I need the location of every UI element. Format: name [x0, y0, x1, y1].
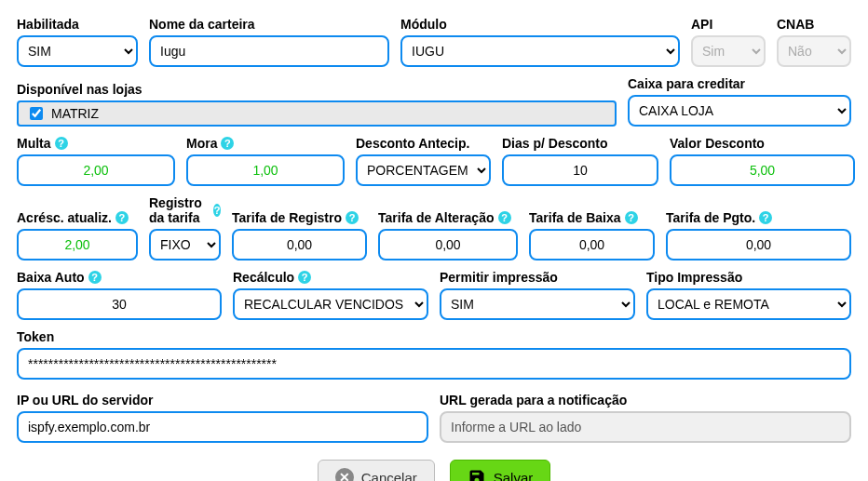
input-tarifa-registro[interactable] [232, 229, 367, 261]
input-token[interactable] [17, 348, 851, 380]
label-multa: Multa ? [17, 136, 175, 151]
label-tarifa-alteracao: Tarifa de Alteração ? [378, 210, 518, 225]
input-dias-desconto[interactable] [502, 154, 658, 186]
select-permitir-impressao[interactable]: SIM [440, 288, 635, 320]
select-recalculo[interactable]: RECALCULAR VENCIDOS [233, 288, 428, 320]
label-habilitada: Habilitada [17, 17, 138, 32]
input-nome-carteira[interactable] [149, 35, 389, 67]
select-registro-tarifa[interactable]: FIXO [149, 229, 221, 261]
select-habilitada[interactable]: SIM [17, 35, 138, 67]
help-icon[interactable]: ? [115, 211, 129, 224]
label-desconto-antecip: Desconto Antecip. [356, 136, 491, 151]
checkbox-matriz[interactable] [30, 107, 43, 120]
save-icon [468, 468, 486, 481]
label-mora: Mora ? [186, 136, 345, 151]
input-tarifa-baixa[interactable] [529, 229, 655, 261]
label-disponivel-lojas: Disponível nas lojas [17, 82, 617, 97]
help-icon[interactable]: ? [55, 137, 68, 150]
label-tipo-impressao: Tipo Impressão [646, 270, 851, 285]
help-icon[interactable]: ? [298, 271, 311, 284]
input-acresc-atualiz[interactable] [17, 229, 138, 261]
label-acresc-atualiz: Acrésc. atualiz. ? [17, 210, 138, 225]
input-tarifa-pgto[interactable] [666, 229, 851, 261]
select-desconto-antecip[interactable]: PORCENTAGEM [356, 154, 491, 186]
label-tarifa-baixa: Tarifa de Baixa ? [529, 210, 655, 225]
help-icon[interactable]: ? [346, 211, 359, 224]
input-mora[interactable] [186, 154, 345, 186]
label-valor-desconto: Valor Desconto [670, 136, 855, 151]
label-baixa-auto: Baixa Auto ? [17, 270, 222, 285]
help-icon[interactable]: ? [88, 271, 102, 284]
help-icon[interactable]: ? [213, 204, 221, 217]
label-token: Token [17, 329, 851, 344]
select-modulo[interactable]: IUGU [400, 35, 680, 67]
label-dias-desconto: Dias p/ Desconto [502, 136, 658, 151]
input-ip-url[interactable] [17, 411, 428, 443]
label-recalculo: Recálculo ? [233, 270, 428, 285]
input-baixa-auto[interactable] [17, 288, 222, 320]
label-api: API [691, 17, 766, 32]
label-tarifa-registro: Tarifa de Registro ? [232, 210, 367, 225]
label-url-notificacao: URL gerada para a notificação [440, 393, 851, 408]
checkbox-label-matriz: MATRIZ [51, 106, 99, 121]
select-api: Sim [691, 35, 766, 67]
select-caixa-creditar[interactable]: CAIXA LOJA [628, 95, 851, 127]
save-button[interactable]: Salvar [450, 460, 551, 481]
help-icon[interactable]: ? [759, 211, 772, 224]
checkbox-box-lojas: MATRIZ [17, 100, 617, 127]
select-cnab: Não [777, 35, 851, 67]
label-nome-carteira: Nome da carteira [149, 17, 389, 32]
label-cnab: CNAB [777, 17, 851, 32]
input-tarifa-alteracao[interactable] [378, 229, 518, 261]
label-registro-tarifa: Registro da tarifa ? [149, 195, 221, 225]
help-icon[interactable]: ? [498, 211, 511, 224]
select-tipo-impressao[interactable]: LOCAL e REMOTA [646, 288, 851, 320]
label-permitir-impressao: Permitir impressão [440, 270, 635, 285]
input-valor-desconto[interactable] [670, 154, 855, 186]
label-ip-url: IP ou URL do servidor [17, 393, 428, 408]
cancel-button-label: Cancelar [361, 470, 417, 482]
input-multa[interactable] [17, 154, 175, 186]
cancel-button[interactable]: ✕ Cancelar [318, 460, 435, 481]
label-caixa-creditar: Caixa para creditar [628, 76, 851, 91]
label-tarifa-pgto: Tarifa de Pgto. ? [666, 210, 851, 225]
label-modulo: Módulo [400, 17, 680, 32]
help-icon[interactable]: ? [221, 137, 234, 150]
readonly-url-notificacao: Informe a URL ao lado [440, 411, 851, 443]
save-button-label: Salvar [494, 470, 534, 482]
help-icon[interactable]: ? [625, 211, 638, 224]
close-icon: ✕ [335, 468, 354, 481]
